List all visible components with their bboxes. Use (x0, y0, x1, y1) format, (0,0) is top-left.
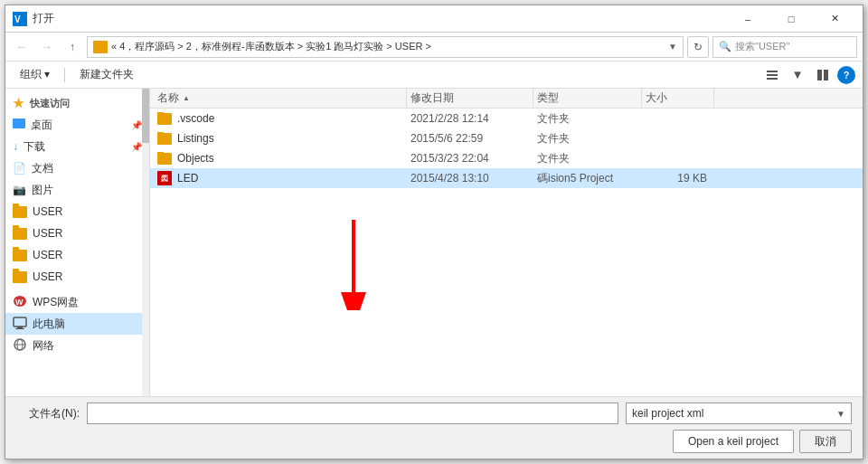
table-row[interactable]: Listings 2015/5/6 22:59 文件夹 (150, 128, 863, 148)
back-button[interactable]: ← (11, 36, 33, 58)
filename-label: 文件名(N): (16, 406, 80, 421)
network-label: 网络 (33, 338, 54, 354)
help-button[interactable]: ? (837, 66, 855, 84)
open-dialog: V 打开 – □ ✕ ← → ↑ « 4，程序源码 > 2，标准例程-库函数版本… (5, 5, 863, 459)
table-row[interactable]: Objects 2015/3/23 22:04 文件夹 (150, 148, 863, 168)
close-button[interactable]: ✕ (814, 5, 855, 33)
dialog-title: 打开 (33, 11, 727, 26)
file-name-vscode: .vscode (154, 112, 407, 125)
sidebar-scroll-thumb[interactable] (142, 89, 149, 143)
sidebar-item-user1[interactable]: USER (5, 201, 149, 223)
address-path: « 4，程序源码 > 2，标准例程-库函数版本 > 实验1 跑马灯实验 > US… (111, 40, 431, 53)
pin-icon-download: 📌 (131, 142, 142, 152)
file-name-text: LED (177, 172, 198, 185)
table-row[interactable]: .vscode 2021/2/28 12:14 文件夹 (150, 109, 863, 128)
keil-icon: 図 (157, 171, 172, 185)
quick-access-section: ★ 快速访问 桌面 📌 ↓ 下载 📌 📄 文档 (5, 89, 149, 291)
filename-row: 文件名(N): keil project xml ▼ (16, 402, 852, 424)
file-size-led: 19 KB (642, 172, 714, 185)
view-list-button[interactable] (761, 65, 783, 85)
file-type-vscode: 文件夹 (533, 111, 642, 127)
table-row[interactable]: 図 LED 2015/4/28 13:10 碼ision5 Project 19… (150, 168, 863, 188)
filetype-dropdown[interactable]: keil project xml ▼ (626, 402, 852, 424)
sidebar-item-computer[interactable]: 此电脑 (5, 313, 149, 335)
sidebar-item-user4[interactable]: USER (5, 266, 149, 288)
file-date-objects: 2015/3/23 22:04 (407, 152, 533, 165)
pic-icon: 📷 (13, 184, 26, 196)
sidebar-item-pics[interactable]: 📷 图片 (5, 179, 149, 201)
file-date-listings: 2015/5/6 22:59 (407, 132, 533, 145)
col-type-label: 类型 (537, 90, 559, 106)
toolbar-right: ▼ ? (761, 65, 855, 85)
refresh-button[interactable]: ↻ (687, 36, 709, 58)
col-header-type[interactable]: 类型 (533, 89, 642, 108)
user2-label: USER (33, 227, 62, 240)
sidebar-item-desktop[interactable]: 桌面 📌 (5, 114, 149, 136)
col-size-label: 大小 (646, 90, 667, 106)
file-list-body: .vscode 2021/2/28 12:14 文件夹 Listings 201… (150, 109, 863, 396)
sidebar-item-wps[interactable]: W WPS网盘 (5, 291, 149, 313)
filename-input[interactable] (87, 402, 618, 424)
file-list-header: 名称 ▲ 修改日期 类型 大小 (150, 89, 863, 109)
folder-icon-user2 (13, 228, 27, 240)
quick-access-label: 快速访问 (30, 97, 70, 110)
up-button[interactable]: ↑ (61, 36, 83, 58)
downloads-label: 下载 (24, 139, 45, 155)
svg-rect-3 (767, 74, 778, 76)
search-box[interactable]: 🔍 搜索"USER" (712, 36, 857, 58)
address-bar-row: ← → ↑ « 4，程序源码 > 2，标准例程-库函数版本 > 实验1 跑马灯实… (5, 33, 863, 62)
docs-label: 文档 (32, 161, 53, 176)
quick-access-icon: ★ (13, 96, 24, 110)
svg-rect-6 (824, 70, 828, 80)
svg-rect-5 (817, 70, 822, 80)
col-date-label: 修改日期 (410, 90, 454, 106)
sidebar: ★ 快速访问 桌面 📌 ↓ 下载 📌 📄 文档 (5, 89, 150, 396)
computer-icon (13, 317, 27, 332)
sidebar-item-docs[interactable]: 📄 文档 (5, 157, 149, 179)
sidebar-item-downloads[interactable]: ↓ 下载 📌 (5, 136, 149, 157)
folder-icon-user3 (13, 250, 27, 261)
svg-rect-4 (767, 78, 778, 80)
sidebar-item-user3[interactable]: USER (5, 244, 149, 266)
col-header-size[interactable]: 大小 (642, 89, 714, 108)
forward-button[interactable]: → (36, 36, 58, 58)
sidebar-item-user2[interactable]: USER (5, 223, 149, 244)
app-icon: V (13, 12, 27, 26)
organize-button[interactable]: 组织 ▾ (13, 65, 57, 85)
folder-icon (157, 133, 172, 145)
folder-icon (93, 41, 108, 53)
quick-access-header: ★ 快速访问 (5, 92, 149, 114)
col-header-name[interactable]: 名称 ▲ (154, 89, 407, 108)
network-icon (13, 338, 27, 354)
pics-label: 图片 (32, 183, 53, 198)
new-folder-button[interactable]: 新建文件夹 (72, 65, 141, 85)
wps-label: WPS网盘 (33, 295, 79, 310)
file-name-listings: Listings (154, 132, 407, 145)
doc-icon: 📄 (13, 162, 26, 175)
buttons-row: Open a keil project 取消 (16, 430, 852, 453)
sidebar-scrollbar[interactable] (142, 89, 149, 396)
view-dropdown-button[interactable]: ▼ (787, 65, 808, 85)
svg-rect-12 (15, 328, 24, 329)
maximize-button[interactable]: □ (770, 5, 812, 33)
minimize-button[interactable]: – (727, 5, 769, 33)
svg-text:V: V (14, 14, 21, 24)
svg-rect-10 (14, 317, 26, 327)
view-pane-button[interactable] (812, 65, 834, 85)
cancel-button[interactable]: 取消 (799, 430, 852, 453)
file-name-led: 図 LED (154, 171, 407, 185)
desktop-icon (13, 118, 25, 131)
dropdown-arrow-icon: ▼ (836, 409, 845, 419)
user3-label: USER (33, 249, 62, 261)
pin-icon: 📌 (131, 120, 142, 130)
window-controls: – □ ✕ (727, 5, 855, 33)
filetype-value: keil project xml (632, 407, 703, 420)
address-box[interactable]: « 4，程序源码 > 2，标准例程-库函数版本 > 实验1 跑马灯实验 > US… (87, 36, 684, 58)
col-header-date[interactable]: 修改日期 (407, 89, 533, 108)
file-date-led: 2015/4/28 13:10 (407, 172, 533, 185)
toolbar-separator (64, 68, 65, 82)
file-type-led: 碼ision5 Project (533, 171, 642, 186)
open-button[interactable]: Open a keil project (673, 430, 794, 453)
file-name-objects: Objects (154, 152, 407, 165)
sidebar-item-network[interactable]: 网络 (5, 335, 149, 356)
